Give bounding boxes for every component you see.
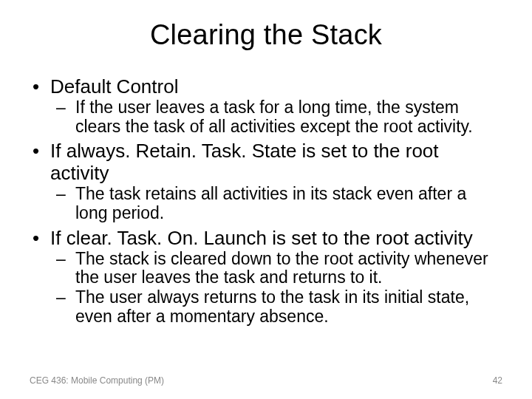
footer: CEG 436: Mobile Computing (PM) 42	[30, 375, 502, 386]
sub-item: The task retains all activities in its s…	[75, 185, 502, 223]
sub-item: The user always returns to the task in i…	[75, 288, 502, 327]
bullet-item: If clear. Task. On. Launch is set to the…	[50, 228, 502, 327]
slide-number: 42	[493, 375, 502, 386]
bullet-list: Default Control If the user leaves a tas…	[30, 76, 502, 327]
bullet-text: If always. Retain. Task. State is set to…	[50, 140, 439, 184]
slide-title: Clearing the Stack	[30, 19, 502, 51]
sub-list: If the user leaves a task for a long tim…	[50, 98, 502, 137]
slide: Clearing the Stack Default Control If th…	[0, 0, 532, 399]
sub-list: The stack is cleared down to the root ac…	[50, 250, 502, 327]
bullet-text: Default Control	[50, 75, 178, 98]
footer-left: CEG 436: Mobile Computing (PM)	[30, 375, 164, 386]
sub-item: The stack is cleared down to the root ac…	[75, 250, 502, 288]
bullet-text: If clear. Task. On. Launch is set to the…	[50, 227, 473, 249]
bullet-item: If always. Retain. Task. State is set to…	[50, 140, 502, 222]
sub-list: The task retains all activities in its s…	[50, 185, 502, 223]
bullet-item: Default Control If the user leaves a tas…	[50, 76, 502, 136]
sub-item: If the user leaves a task for a long tim…	[75, 98, 502, 137]
